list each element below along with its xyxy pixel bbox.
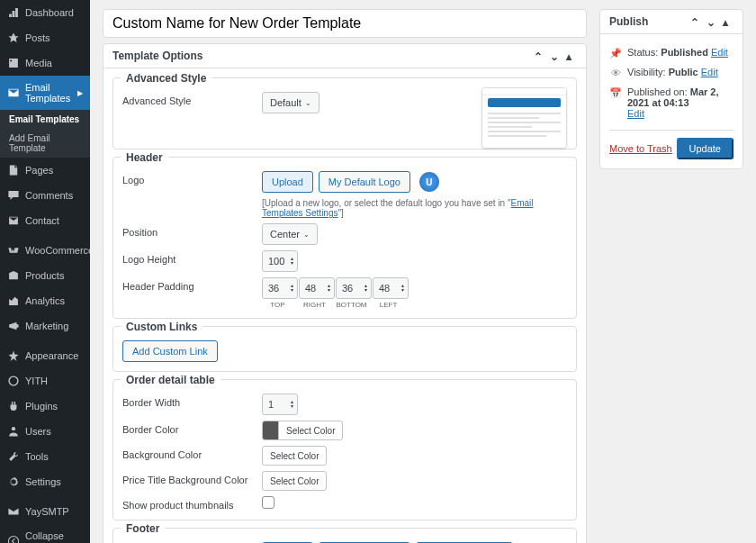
sidebar-item-collapse[interactable]: Collapse menu [0, 524, 90, 543]
sidebar-item-tools[interactable]: Tools [0, 444, 90, 469]
header-padding-label: Header Padding [122, 277, 262, 292]
sidebar-item-yaysmtp[interactable]: YaySMTP [0, 499, 90, 524]
padding-bottom-input[interactable]: 36▴▾ [336, 277, 372, 299]
padding-caption: LEFT [373, 301, 404, 309]
padding-caption: BOTTOM [336, 301, 367, 309]
price-title-bg-label: Price Title Background Color [122, 471, 262, 485]
padding-caption: RIGHT [299, 301, 330, 309]
edit-date-link[interactable]: Edit [627, 108, 644, 119]
sidebar-item-marketing[interactable]: Marketing [0, 313, 90, 339]
woocommerce-icon [7, 244, 20, 257]
section-custom-links: Custom Links Add Custom Link [112, 326, 577, 372]
logo-help-text: [Upload a new logo, or select the defaul… [262, 198, 567, 218]
sidebar-item-label: Products [25, 270, 64, 281]
submenu-add-email-template[interactable]: Add Email Template [0, 129, 90, 158]
border-color-picker[interactable]: Select Color [262, 421, 343, 440]
admin-sidebar: Dashboard Posts Media Email Templates ▶ … [0, 0, 90, 543]
advanced-style-select[interactable]: Default ⌄ [262, 92, 320, 113]
update-button[interactable]: Update [677, 138, 734, 159]
sidebar-item-label: Settings [25, 476, 61, 487]
sidebar-item-analytics[interactable]: Analytics [0, 288, 90, 313]
section-legend: Custom Links [121, 321, 202, 333]
add-custom-link-button[interactable]: Add Custom Link [122, 340, 218, 362]
border-width-input[interactable]: 1▴▾ [262, 394, 298, 415]
publish-title: Publish [609, 15, 648, 28]
sidebar-item-yith[interactable]: YITH [0, 368, 90, 394]
svg-point-1 [12, 427, 15, 430]
my-default-logo-button[interactable]: My Default Logo [319, 171, 410, 193]
product-icon [7, 269, 20, 282]
postbox-title: Template Options [112, 50, 202, 62]
upload-button[interactable]: Upload [262, 171, 313, 193]
logo-preview: U [419, 172, 439, 192]
chevron-right-icon: ▶ [77, 89, 83, 97]
sidebar-item-label: Marketing [25, 321, 68, 331]
toggle-icon[interactable]: ▴ [566, 50, 577, 61]
thumbnails-label: Show product thumbnails [122, 496, 262, 511]
comment-icon [7, 189, 20, 202]
visibility-icon: 👁 [609, 67, 622, 79]
contact-icon [7, 214, 20, 227]
sidebar-item-pages[interactable]: Pages [0, 158, 90, 183]
chevron-down-icon[interactable]: ⌄ [706, 16, 717, 27]
padding-right-input[interactable]: 48▴▾ [299, 277, 335, 299]
sidebar-item-dashboard[interactable]: Dashboard [0, 0, 90, 25]
price-title-bg-color-picker[interactable]: Select Color [262, 471, 327, 491]
appearance-icon [7, 349, 20, 362]
marketing-icon [7, 320, 20, 332]
position-select[interactable]: Center ⌄ [262, 223, 318, 245]
sidebar-item-label: YITH [25, 376, 48, 386]
template-thumbnail [482, 87, 567, 149]
sidebar-item-appearance[interactable]: Appearance [0, 343, 90, 368]
dashboard-icon [7, 6, 20, 19]
submenu-email-templates[interactable]: Email Templates [0, 110, 90, 129]
sidebar-item-label: Analytics [25, 295, 65, 306]
template-title-input[interactable] [103, 9, 587, 38]
sidebar-item-users[interactable]: Users [0, 419, 90, 444]
sidebar-item-woocommerce[interactable]: WooCommerce [0, 238, 90, 263]
section-order-detail: Order detail table Border Width 1▴▾ Bord… [112, 379, 577, 520]
move-to-trash-link[interactable]: Move to Trash [609, 143, 672, 154]
logo-height-input[interactable]: 100 ▴▾ [262, 250, 298, 272]
sidebar-item-posts[interactable]: Posts [0, 25, 90, 50]
sidebar-item-label: Media [25, 58, 52, 68]
sidebar-item-label: Collapse menu [25, 530, 83, 543]
chevron-up-icon[interactable]: ⌃ [534, 50, 544, 61]
padding-top-input[interactable]: 36▴▾ [262, 277, 298, 299]
chevron-down-icon: ⌄ [305, 99, 311, 107]
bg-color-picker[interactable]: Select Color [262, 446, 327, 466]
edit-status-link[interactable]: Edit [711, 47, 728, 58]
sidebar-item-contact[interactable]: Contact [0, 208, 90, 233]
sidebar-item-label: WooCommerce [25, 245, 90, 256]
chevron-down-icon[interactable]: ⌄ [550, 50, 561, 61]
padding-left-input[interactable]: 48▴▾ [373, 277, 409, 299]
border-width-label: Border Width [122, 394, 262, 408]
position-label: Position [122, 223, 262, 238]
edit-visibility-link[interactable]: Edit [701, 67, 718, 77]
border-color-label: Border Color [122, 421, 262, 435]
yaysmtp-icon [7, 505, 20, 518]
page-icon [7, 164, 20, 176]
chevron-down-icon: ⌄ [303, 231, 310, 239]
section-legend: Advanced Style [121, 72, 212, 85]
sidebar-item-email-templates[interactable]: Email Templates ▶ [0, 76, 90, 110]
sidebar-item-media[interactable]: Media [0, 50, 90, 76]
sidebar-item-label: Plugins [25, 401, 58, 412]
published-on-text: Published on: Mar 2, 2021 at 04:13 Edit [627, 86, 734, 119]
sidebar-item-label: Comments [25, 190, 73, 201]
visibility-text: Visibility: Public Edit [627, 67, 718, 77]
yith-icon [7, 375, 20, 387]
pin-icon: 📌 [609, 47, 622, 59]
plugin-icon [7, 400, 20, 412]
sidebar-item-label: Email Templates [25, 82, 72, 104]
toggle-icon[interactable]: ▴ [723, 16, 734, 27]
sidebar-item-plugins[interactable]: Plugins [0, 394, 90, 419]
sidebar-item-comments[interactable]: Comments [0, 183, 90, 208]
sidebar-item-settings[interactable]: Settings [0, 469, 90, 494]
chevron-up-icon[interactable]: ⌃ [690, 16, 701, 27]
email-icon [7, 86, 20, 99]
analytics-icon [7, 294, 20, 307]
sidebar-item-products[interactable]: Products [0, 263, 90, 288]
advanced-style-label: Advanced Style [122, 92, 262, 106]
thumbnails-checkbox[interactable] [262, 496, 274, 509]
